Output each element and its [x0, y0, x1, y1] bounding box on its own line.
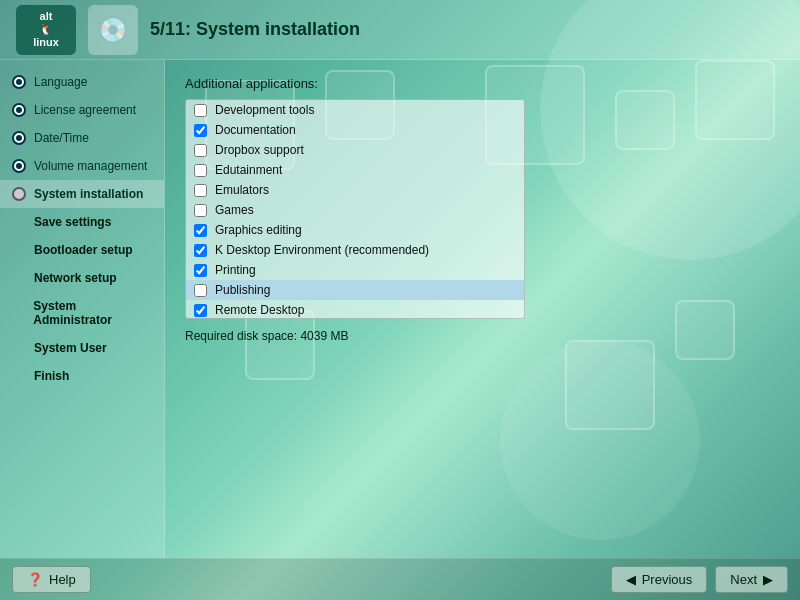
- list-item[interactable]: Edutainment: [186, 160, 524, 180]
- help-icon: ❓: [27, 572, 43, 587]
- app-checkbox[interactable]: [194, 224, 207, 237]
- app-checkbox[interactable]: [194, 244, 207, 257]
- list-item[interactable]: Remote Desktop: [186, 300, 524, 319]
- app-checkbox[interactable]: [194, 144, 207, 157]
- app-name: Development tools: [215, 103, 314, 117]
- sidebar-item-network-setup[interactable]: Network setup: [0, 264, 164, 292]
- sidebar-item-label: Network setup: [34, 271, 117, 285]
- list-item[interactable]: Development tools: [186, 100, 524, 120]
- app-checkbox[interactable]: [194, 164, 207, 177]
- list-item[interactable]: Emulators: [186, 180, 524, 200]
- logo: alt🐧linux: [16, 5, 76, 55]
- sidebar-item-label: Save settings: [34, 215, 111, 229]
- app-checkbox[interactable]: [194, 304, 207, 317]
- sidebar-item-bootloader-setup[interactable]: Bootloader setup: [0, 236, 164, 264]
- app-list[interactable]: Development toolsDocumentationDropbox su…: [185, 99, 525, 319]
- help-button[interactable]: ❓ Help: [12, 566, 91, 593]
- footer: ❓ Help ◀ Previous Next ▶: [0, 558, 800, 600]
- app-name: Dropbox support: [215, 143, 304, 157]
- sidebar-item-label: Volume management: [34, 159, 147, 173]
- sidebar-item-date/time[interactable]: Date/Time: [0, 124, 164, 152]
- sidebar-item-label: Language: [34, 75, 87, 89]
- radio-indicator: [12, 187, 26, 201]
- list-item[interactable]: Games: [186, 200, 524, 220]
- sidebar-item-save-settings[interactable]: Save settings: [0, 208, 164, 236]
- sidebar-item-system-user[interactable]: System User: [0, 334, 164, 362]
- app-name: Emulators: [215, 183, 269, 197]
- app-checkbox[interactable]: [194, 204, 207, 217]
- header: alt🐧linux 💿 5/11: System installation: [0, 0, 800, 60]
- app-name: K Desktop Environment (recommended): [215, 243, 429, 257]
- sidebar-item-label: System User: [34, 341, 107, 355]
- app-checkbox[interactable]: [194, 184, 207, 197]
- app-name: Graphics editing: [215, 223, 302, 237]
- sidebar-item-system-installation[interactable]: System installation: [0, 180, 164, 208]
- sidebar-item-label: System installation: [34, 187, 143, 201]
- list-item[interactable]: Documentation: [186, 120, 524, 140]
- next-icon: ▶: [763, 572, 773, 587]
- radio-indicator: [12, 131, 26, 145]
- disk-space-label: Required disk space: 4039 MB: [185, 329, 780, 343]
- content-area: Additional applications: Development too…: [165, 60, 800, 558]
- sidebar-item-label: License agreement: [34, 103, 136, 117]
- previous-label: Previous: [642, 572, 693, 587]
- list-item[interactable]: Printing: [186, 260, 524, 280]
- sidebar-item-finish[interactable]: Finish: [0, 362, 164, 390]
- radio-indicator: [12, 159, 26, 173]
- app-checkbox[interactable]: [194, 284, 207, 297]
- list-item[interactable]: Graphics editing: [186, 220, 524, 240]
- app-name: Edutainment: [215, 163, 282, 177]
- sidebar-item-language[interactable]: Language: [0, 68, 164, 96]
- app-name: Publishing: [215, 283, 270, 297]
- next-label: Next: [730, 572, 757, 587]
- app-checkbox[interactable]: [194, 264, 207, 277]
- sidebar-item-label: Date/Time: [34, 131, 89, 145]
- app-name: Games: [215, 203, 254, 217]
- prev-icon: ◀: [626, 572, 636, 587]
- app-name: Documentation: [215, 123, 296, 137]
- sidebar-item-label: Finish: [34, 369, 69, 383]
- list-item[interactable]: Publishing: [186, 280, 524, 300]
- app-name: Printing: [215, 263, 256, 277]
- app-checkbox[interactable]: [194, 104, 207, 117]
- sidebar-item-volume-management[interactable]: Volume management: [0, 152, 164, 180]
- page-title: 5/11: System installation: [150, 19, 360, 40]
- next-button[interactable]: Next ▶: [715, 566, 788, 593]
- additional-apps-label: Additional applications:: [185, 76, 780, 91]
- previous-button[interactable]: ◀ Previous: [611, 566, 708, 593]
- radio-indicator: [12, 75, 26, 89]
- radio-indicator: [12, 103, 26, 117]
- list-item[interactable]: Dropbox support: [186, 140, 524, 160]
- sidebar-item-label: System Administrator: [33, 299, 152, 327]
- sidebar: LanguageLicense agreementDate/TimeVolume…: [0, 60, 165, 558]
- list-item[interactable]: K Desktop Environment (recommended): [186, 240, 524, 260]
- sidebar-item-system-administrator[interactable]: System Administrator: [0, 292, 164, 334]
- sidebar-item-label: Bootloader setup: [34, 243, 133, 257]
- step-icon: 💿: [88, 5, 138, 55]
- sidebar-item-license-agreement[interactable]: License agreement: [0, 96, 164, 124]
- help-label: Help: [49, 572, 76, 587]
- app-name: Remote Desktop: [215, 303, 304, 317]
- app-checkbox[interactable]: [194, 124, 207, 137]
